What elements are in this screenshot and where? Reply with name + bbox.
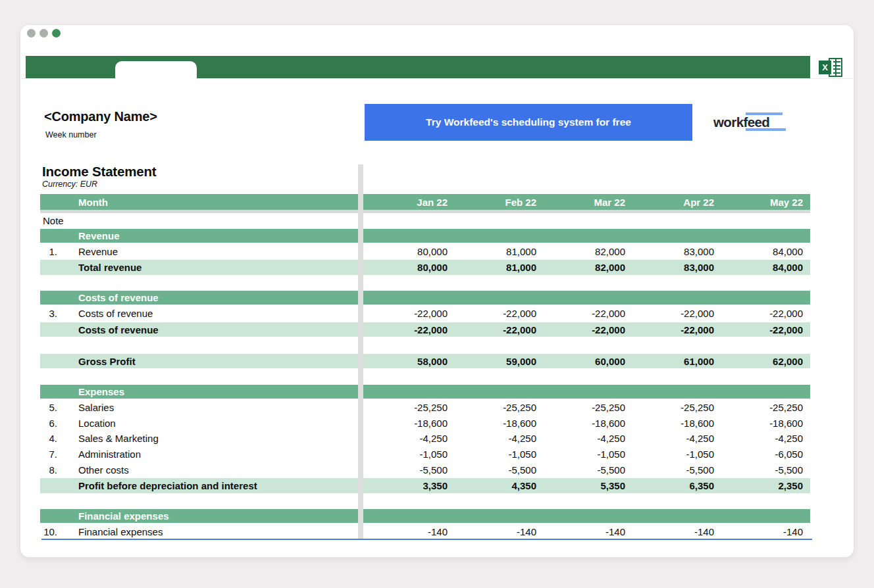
row-value: -18,600 (632, 418, 721, 429)
table-row-administration: 7.Administration-1,050-1,050-1,050-1,050… (40, 447, 810, 462)
row-value: Jan 22 (366, 197, 455, 208)
row-value: -25,250 (544, 402, 632, 413)
row-value: -22,000 (366, 324, 455, 335)
browser-tab[interactable] (115, 61, 197, 82)
row-value: Mar 22 (544, 197, 632, 208)
row-value: 4,350 (455, 480, 544, 491)
row-value: -22,000 (544, 308, 632, 319)
row-label: Other costs (78, 464, 366, 476)
row-value: -22,000 (632, 324, 721, 335)
logo-text: workfeed (713, 114, 769, 130)
row-value: -22,000 (721, 324, 810, 335)
row-value: Feb 22 (455, 197, 544, 208)
row-value: -140 (455, 526, 544, 537)
row-value: -140 (721, 526, 810, 537)
row-value: 84,000 (721, 262, 810, 273)
table-row-month: MonthJan 22Feb 22Mar 22Apr 22May 22 (40, 194, 810, 210)
table-row-expenses: Expenses (40, 385, 810, 400)
row-value: -22,000 (455, 308, 544, 319)
row-value: 2,350 (721, 480, 810, 491)
bottom-selection-line (41, 539, 812, 540)
logo-bar-top-icon (746, 112, 783, 115)
window-control-dot-3[interactable] (52, 29, 61, 37)
row-number: 4. (40, 433, 78, 444)
row-value: -18,600 (544, 418, 632, 429)
currency-label: Currency: EUR (42, 180, 97, 189)
table-row-revenue: Revenue (40, 229, 810, 244)
row-label: Administration (78, 449, 366, 460)
window-control-dot-2[interactable] (39, 29, 48, 37)
row-number: 7. (40, 449, 78, 460)
excel-icon: X (819, 58, 842, 77)
table-row-spacer (40, 337, 810, 353)
row-value: 81,000 (455, 262, 544, 273)
cta-button[interactable]: Try Workfeed's scheduling system for fre… (365, 104, 692, 141)
row-value: 62,000 (721, 356, 810, 367)
row-value: -1,050 (366, 449, 455, 460)
window-control-dot-1[interactable] (27, 29, 36, 37)
row-value: -4,250 (632, 433, 721, 444)
row-label: Sales & Marketing (78, 433, 366, 444)
row-label: Total revenue (78, 262, 366, 273)
row-label: Costs of revenue (78, 292, 366, 303)
row-number: 10. (40, 526, 78, 537)
row-value: -25,250 (366, 402, 455, 413)
row-number: 6. (40, 418, 78, 429)
row-number: 5. (40, 402, 78, 413)
page-background: { "window": { "dots": ["gray", "gray", "… (0, 0, 874, 588)
row-value: -25,250 (455, 402, 544, 413)
workfeed-logo[interactable]: workfeed (713, 115, 787, 132)
row-label: Costs of revenue (78, 324, 366, 335)
row-value: 3,350 (366, 480, 455, 491)
row-number: 8. (40, 464, 78, 476)
table-row-costs-of-revenue: Costs of revenue-22,000-22,000-22,000-22… (40, 322, 810, 337)
row-value: -22,000 (455, 324, 544, 335)
table-row-spacer (40, 493, 810, 510)
row-label: Revenue (78, 246, 366, 257)
table-row-revenue: 1.Revenue80,00081,00082,00083,00084,000 (40, 244, 810, 260)
row-label: Month (78, 197, 366, 208)
row-value: 61,000 (632, 356, 721, 367)
row-value: -25,250 (632, 402, 721, 413)
row-value: 84,000 (721, 246, 810, 257)
row-value: 81,000 (455, 246, 544, 257)
row-value: -25,250 (721, 402, 810, 413)
window-titlebar (20, 25, 854, 51)
excel-x-glyph: X (819, 61, 831, 74)
table-row-spacer (40, 275, 810, 291)
row-value: 58,000 (366, 356, 455, 367)
statement-title: Income Statement (42, 164, 156, 180)
row-value: 83,000 (632, 246, 721, 257)
row-value: -4,250 (455, 433, 544, 444)
row-value: 80,000 (366, 262, 455, 273)
row-value: -140 (366, 526, 455, 537)
row-value: -18,600 (721, 418, 810, 429)
row-value: 82,000 (544, 246, 632, 257)
table-row-financial-expenses: Financial expenses (40, 509, 810, 524)
row-label: Costs of revenue (78, 308, 366, 319)
table-row-costs-of-revenue: 3.Costs of revenue-22,000-22,000-22,000-… (40, 306, 810, 322)
income-statement-table: MonthJan 22Feb 22Mar 22Apr 22May 22NoteR… (40, 194, 810, 540)
row-value: 59,000 (455, 356, 544, 367)
row-value: -5,500 (544, 464, 632, 476)
table-row-gross-profit: Gross Profit58,00059,00060,00061,00062,0… (40, 353, 810, 369)
logo-bar-bottom-icon (746, 128, 786, 131)
row-value: -4,250 (366, 433, 455, 444)
row-value: -22,000 (366, 308, 455, 319)
row-label: Financial expenses (78, 510, 366, 522)
row-label: Gross Profit (78, 356, 366, 367)
row-value: -1,050 (544, 449, 632, 460)
row-label: Revenue (78, 230, 366, 241)
week-number-label: Week number (45, 130, 97, 139)
row-label: Salaries (78, 402, 366, 413)
row-number: 3. (40, 308, 78, 319)
row-value: -22,000 (544, 324, 632, 335)
row-label: Location (78, 418, 366, 429)
row-value: 83,000 (632, 262, 721, 273)
app-window: X <Company Name> Week number Try Workfee… (20, 24, 854, 558)
table-row-financial-expenses: 10.Financial expenses-140-140-140-140-14… (40, 524, 810, 540)
table-row-sales-marketing: 4.Sales & Marketing-4,250-4,250-4,250-4,… (40, 431, 810, 447)
row-value: -5,500 (632, 464, 721, 476)
row-value: -18,600 (455, 418, 544, 429)
row-value: -140 (632, 526, 721, 537)
